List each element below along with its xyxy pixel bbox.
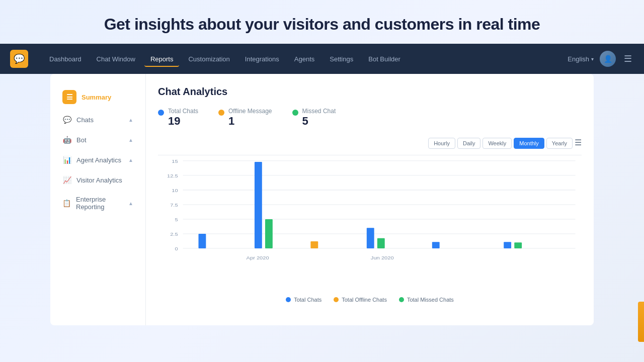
svg-rect-15 (255, 162, 262, 248)
svg-text:0: 0 (175, 246, 178, 251)
stat-dot-orange (218, 110, 224, 116)
sidebar: ☰ Summary 💬 Chats ▲ 🤖 Bot ▲ 📊 Agent Anal… (50, 74, 146, 325)
legend-offline-chats: Total Offline Chats (334, 297, 387, 303)
logo-icon: 💬 (10, 50, 28, 68)
main-container: ☰ Summary 💬 Chats ▲ 🤖 Bot ▲ 📊 Agent Anal… (50, 74, 594, 325)
nav-links: Dashboard Chat Window Reports Customizat… (43, 51, 568, 67)
bot-icon: 🤖 (62, 135, 71, 144)
svg-text:10: 10 (172, 188, 178, 193)
svg-rect-18 (367, 228, 374, 248)
language-label: English (568, 55, 589, 63)
nav-reports[interactable]: Reports (144, 51, 180, 67)
nav-bot-builder[interactable]: Bot Builder (362, 51, 407, 67)
svg-rect-19 (377, 238, 385, 248)
sidebar-label-visitor-analytics: Visitor Analytics (76, 176, 122, 184)
sidebar-item-bot[interactable]: 🤖 Bot ▲ (54, 130, 141, 149)
legend-label-offline-chats: Total Offline Chats (342, 297, 387, 303)
btn-monthly[interactable]: Monthly (514, 138, 544, 149)
avatar[interactable]: 👤 (600, 51, 616, 67)
svg-rect-21 (504, 242, 511, 248)
nav-settings[interactable]: Settings (324, 51, 359, 67)
enterprise-reporting-icon: 📋 (62, 199, 71, 208)
summary-icon: ☰ (62, 90, 76, 104)
chart-legend: Total Chats Total Offline Chats Total Mi… (158, 297, 582, 303)
nav-agents[interactable]: Agents (288, 51, 320, 67)
btn-weekly[interactable]: Weekly (482, 138, 512, 149)
sidebar-item-visitor-analytics[interactable]: 📈 Visitor Analytics (54, 170, 141, 190)
svg-text:12.5: 12.5 (167, 173, 178, 178)
chevron-up-icon-2: ▲ (128, 137, 133, 143)
agent-analytics-icon: 📊 (62, 155, 71, 164)
logo[interactable]: 💬 (10, 50, 28, 68)
svg-text:15: 15 (172, 159, 178, 164)
svg-text:Apr 2020: Apr 2020 (247, 255, 269, 260)
btn-hourly[interactable]: Hourly (428, 138, 455, 149)
stat-value-missed: 5 (302, 115, 336, 128)
sidebar-item-summary[interactable]: ☰ Summary (54, 85, 141, 109)
stat-label-total-chats: Total Chats (168, 108, 198, 115)
chart-svg: 15 12.5 10 7.5 5 2.5 0 (158, 155, 582, 291)
svg-text:7.5: 7.5 (170, 203, 178, 208)
chevron-up-icon-4: ▲ (128, 201, 133, 206)
nav-right: English ▾ 👤 ☰ (568, 51, 634, 67)
chevron-down-icon: ▾ (591, 56, 594, 62)
legend-label-missed-chats: Total Missed Chats (407, 297, 454, 303)
svg-text:Jun 2020: Jun 2020 (371, 255, 394, 260)
nav-chat-window[interactable]: Chat Window (91, 51, 141, 67)
stat-value-offline: 1 (228, 115, 272, 128)
legend-missed-chats: Total Missed Chats (399, 297, 454, 303)
chevron-up-icon-3: ▲ (128, 157, 133, 163)
stat-offline-message: Offline Message 1 (218, 108, 272, 128)
chart-menu-icon[interactable]: ☰ (575, 138, 582, 149)
legend-dot-orange (334, 297, 339, 302)
sidebar-label-bot: Bot (76, 136, 87, 144)
svg-text:5: 5 (175, 217, 178, 222)
sidebar-label-enterprise-reporting: Enterprise Reporting (76, 196, 128, 211)
chart-controls: Hourly Daily Weekly Monthly Yearly ☰ (158, 138, 582, 149)
nav-customization[interactable]: Customization (182, 51, 235, 67)
hero-title: Get insights about your visitors and cus… (0, 0, 644, 44)
stat-total-chats: Total Chats 19 (158, 108, 198, 128)
legend-dot-blue (286, 297, 291, 302)
svg-rect-14 (198, 234, 206, 248)
stat-missed-chat: Missed Chat 5 (292, 108, 336, 128)
visitor-analytics-icon: 📈 (62, 175, 71, 185)
sidebar-item-agent-analytics[interactable]: 📊 Agent Analytics ▲ (54, 150, 141, 169)
svg-rect-22 (514, 242, 522, 248)
svg-rect-20 (432, 242, 440, 248)
btn-yearly[interactable]: Yearly (546, 138, 573, 149)
sidebar-label-chats: Chats (76, 116, 94, 124)
stat-value-total-chats: 19 (168, 115, 198, 128)
hamburger-icon[interactable]: ☰ (622, 51, 634, 66)
legend-dot-green (399, 297, 404, 302)
chevron-up-icon: ▲ (128, 117, 133, 123)
language-selector[interactable]: English ▾ (568, 55, 594, 63)
chart-wrapper: 15 12.5 10 7.5 5 2.5 0 (158, 155, 582, 291)
btn-daily[interactable]: Daily (457, 138, 480, 149)
stat-dot-green (292, 110, 298, 116)
content-area: Chat Analytics Total Chats 19 Offline Me… (146, 74, 594, 325)
stat-label-missed: Missed Chat (302, 108, 336, 115)
svg-text:2.5: 2.5 (170, 232, 178, 237)
sidebar-label-summary: Summary (82, 94, 111, 101)
sidebar-label-agent-analytics: Agent Analytics (76, 156, 121, 164)
sidebar-item-enterprise-reporting[interactable]: 📋 Enterprise Reporting ▲ (54, 191, 141, 216)
nav-integrations[interactable]: Integrations (239, 51, 285, 67)
stat-dot-blue (158, 110, 164, 116)
stat-label-offline: Offline Message (228, 108, 272, 115)
legend-label-total-chats: Total Chats (294, 297, 321, 303)
sidebar-item-chats[interactable]: 💬 Chats ▲ (54, 110, 141, 129)
legend-total-chats: Total Chats (286, 297, 321, 303)
section-title: Chat Analytics (158, 86, 582, 98)
nav-dashboard[interactable]: Dashboard (43, 51, 88, 67)
stats-row: Total Chats 19 Offline Message 1 Missed … (158, 108, 582, 128)
decorative-orange-bar (638, 302, 644, 342)
navbar: 💬 Dashboard Chat Window Reports Customiz… (0, 44, 644, 74)
svg-rect-16 (265, 219, 273, 248)
chats-icon: 💬 (62, 115, 71, 124)
svg-rect-17 (310, 241, 318, 248)
